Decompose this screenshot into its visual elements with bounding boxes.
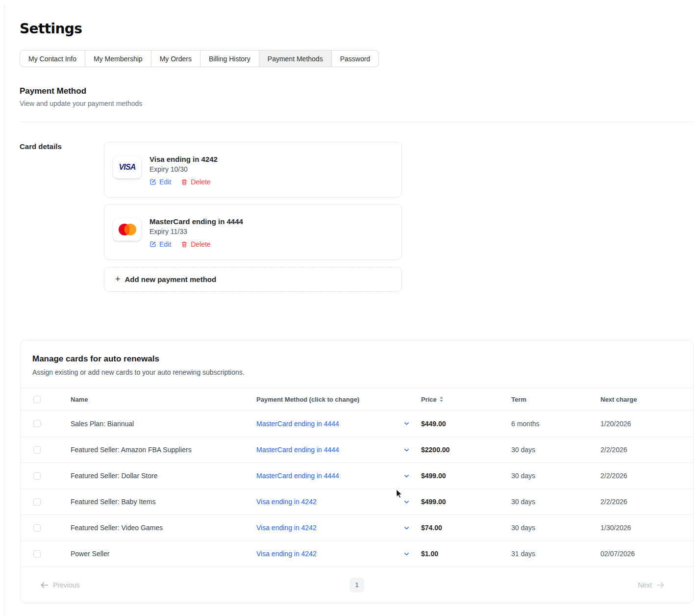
tab-my-membership[interactable]: My Membership <box>85 50 151 67</box>
table-row: Sales Plan: Biannual MasterCard ending i… <box>21 411 693 436</box>
select-all-checkbox[interactable] <box>33 396 41 403</box>
next-charge-value: 2/2/2026 <box>600 498 693 506</box>
delete-label: Delete <box>191 240 210 248</box>
plus-icon: + <box>115 275 121 283</box>
tab-billing-history[interactable]: Billing History <box>200 50 259 67</box>
term-value: 30 days <box>511 472 600 480</box>
delete-card-button[interactable]: Delete <box>181 240 210 248</box>
price-value: $499.00 <box>421 472 511 480</box>
page-number-button[interactable]: 1 <box>350 578 364 592</box>
tab-my-orders[interactable]: My Orders <box>151 50 200 67</box>
next-label: Next <box>638 581 652 589</box>
tab-payment-methods[interactable]: Payment Methods <box>259 50 332 67</box>
sort-icon <box>439 396 444 402</box>
price-value: $2200.00 <box>421 446 511 454</box>
term-value: 6 months <box>511 420 600 428</box>
payment-method-link[interactable]: MasterCard ending in 4444 <box>256 446 339 454</box>
mastercard-logo <box>113 218 141 241</box>
delete-label: Delete <box>191 178 210 186</box>
subscription-name: Sales Plan: Biannual <box>71 420 256 428</box>
table-row: Power Seller Visa ending in 4242 $1.00 3… <box>21 540 693 566</box>
arrow-left-icon <box>40 582 49 589</box>
card-title: MasterCard ending in 4444 <box>150 217 243 226</box>
trash-icon <box>181 241 188 248</box>
price-value: $499.00 <box>421 498 511 506</box>
table-row: Featured Seller: Amazon FBA Suppliers Ma… <box>21 436 693 462</box>
row-checkbox[interactable] <box>33 524 41 532</box>
auto-renewals-panel: Manage cards for auto renewals Assign ex… <box>20 340 694 603</box>
tab-my-contact-info[interactable]: My Contact Info <box>20 50 85 67</box>
chevron-down-icon[interactable] <box>403 420 410 427</box>
subscription-name: Featured Seller: Dollar Store <box>71 472 256 480</box>
row-checkbox[interactable] <box>33 472 41 480</box>
term-value: 30 days <box>511 446 600 454</box>
subscription-name: Featured Seller: Baby Items <box>71 498 256 506</box>
payment-method-heading: Payment Method <box>20 86 694 96</box>
column-header-payment-method: Payment Method (click to change) <box>256 396 421 403</box>
next-charge-value: 2/2/2026 <box>600 446 693 454</box>
edit-label: Edit <box>159 178 171 186</box>
price-value: $1.00 <box>421 550 511 558</box>
table-header-row: Name Payment Method (click to change) Pr… <box>21 388 693 411</box>
add-payment-method-label: Add new payment method <box>125 275 217 283</box>
table-row: Featured Seller: Baby Items Visa ending … <box>21 488 693 514</box>
edit-icon <box>150 241 156 248</box>
payment-method-link[interactable]: Visa ending in 4242 <box>256 498 317 506</box>
row-checkbox[interactable] <box>33 420 41 427</box>
tab-password[interactable]: Password <box>331 50 379 67</box>
pagination-bar: Previous 1 Next <box>21 566 693 603</box>
table-row: Featured Seller: Video Games Visa ending… <box>21 514 693 540</box>
payment-method-link[interactable]: MasterCard ending in 4444 <box>256 472 339 480</box>
subscription-name: Featured Seller: Amazon FBA Suppliers <box>71 446 256 454</box>
edit-icon <box>150 179 156 185</box>
card-details-label: Card details <box>20 142 104 292</box>
payment-method-link[interactable]: MasterCard ending in 4444 <box>256 420 339 428</box>
term-value: 31 days <box>511 550 600 558</box>
column-header-price[interactable]: Price <box>421 396 511 403</box>
column-header-next-charge: Next charge <box>600 396 693 403</box>
trash-icon <box>181 179 188 186</box>
row-checkbox[interactable] <box>33 498 41 506</box>
next-page-button[interactable]: Next <box>638 581 665 589</box>
edit-label: Edit <box>159 240 171 248</box>
chevron-down-icon[interactable] <box>403 472 410 480</box>
column-header-name: Name <box>71 396 256 403</box>
visa-wordmark: VISA <box>119 163 135 172</box>
row-checkbox[interactable] <box>33 550 41 558</box>
saved-card-visa: VISA Visa ending in 4242 Expiry 10/30 Ed… <box>104 142 402 198</box>
subscription-name: Power Seller <box>71 550 256 558</box>
auto-renewals-heading: Manage cards for auto renewals <box>32 354 681 364</box>
card-expiry: Expiry 10/30 <box>150 165 218 173</box>
previous-page-button[interactable]: Previous <box>40 581 79 589</box>
payment-method-link[interactable]: Visa ending in 4242 <box>256 524 317 532</box>
chevron-down-icon[interactable] <box>403 550 410 558</box>
chevron-down-icon[interactable] <box>403 498 410 506</box>
payment-method-link[interactable]: Visa ending in 4242 <box>256 550 317 558</box>
section-divider <box>20 122 694 122</box>
next-charge-value: 02/07/2026 <box>600 550 693 558</box>
add-payment-method-button[interactable]: + Add new payment method <box>104 267 402 292</box>
price-header-label: Price <box>421 396 437 403</box>
edit-card-button[interactable]: Edit <box>150 240 171 248</box>
row-checkbox[interactable] <box>33 446 41 454</box>
delete-card-button[interactable]: Delete <box>181 178 210 186</box>
card-expiry: Expiry 11/33 <box>150 228 243 235</box>
card-title: Visa ending in 4242 <box>150 154 218 163</box>
settings-page: Settings My Contact Info My Membership M… <box>20 0 694 603</box>
column-header-term: Term <box>511 396 600 403</box>
saved-card-mastercard: MasterCard ending in 4444 Expiry 11/33 E… <box>104 204 402 260</box>
price-value: $74.00 <box>421 524 511 532</box>
next-charge-value: 2/2/2026 <box>600 472 693 480</box>
auto-renewals-subtitle: Assign existing or add new cards to your… <box>32 368 681 376</box>
next-charge-value: 1/20/2026 <box>600 420 693 428</box>
arrow-right-icon <box>656 582 665 589</box>
visa-logo: VISA <box>113 156 141 179</box>
chevron-down-icon[interactable] <box>403 446 410 454</box>
edit-card-button[interactable]: Edit <box>150 178 171 186</box>
previous-label: Previous <box>53 581 79 589</box>
price-value: $449.00 <box>421 420 511 428</box>
table-row: Featured Seller: Dollar Store MasterCard… <box>21 462 693 488</box>
chevron-down-icon[interactable] <box>403 524 410 532</box>
next-charge-value: 1/30/2026 <box>600 524 693 532</box>
subscription-name: Featured Seller: Video Games <box>71 524 256 532</box>
